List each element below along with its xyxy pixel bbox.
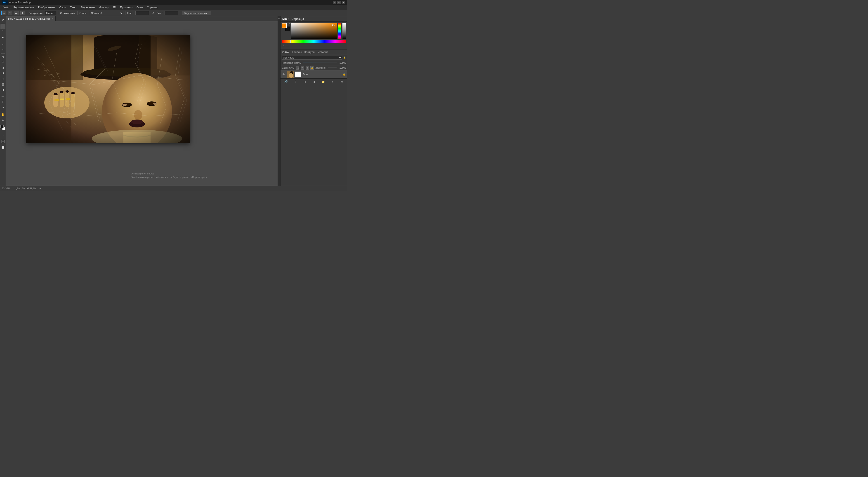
tool-hand[interactable]: ✋ [0,112,5,117]
swap-dimensions-btn[interactable]: ⇄ [151,11,155,15]
layers-lock-row: Закрепить: ⬚ ✏ ✥ 🔒 Заливка: 100% [281,65,347,70]
hue-slider[interactable] [282,40,346,43]
web-color-icon[interactable]: □ [286,44,289,47]
document-tab-close[interactable]: ✕ [51,18,53,20]
lock-transparent-btn[interactable]: ⬚ [296,66,300,70]
tool-sep-2 [1,41,5,41]
tool-clone[interactable]: ⊙ [0,65,5,70]
menu-window[interactable]: Окно [135,5,145,9]
tool-eraser[interactable]: ◻ [0,76,5,81]
menu-text[interactable]: Текст [68,5,79,9]
lock-all-btn[interactable]: 🔒 [310,66,314,70]
ellipse-marquee-btn[interactable]: ◯ [8,11,12,15]
panel-collapse-bar[interactable]: ▶ [278,16,280,186]
menu-image[interactable]: Изображение [36,5,57,9]
tab-swatches[interactable]: Образцы [291,17,304,21]
layer-visibility-toggle[interactable]: 👁 [282,72,285,76]
fg-color-swatch[interactable] [282,23,287,28]
smoothing-label: Сглаживание [60,12,75,14]
menu-help[interactable]: Справка [145,5,159,9]
close-button[interactable]: ✕ [342,1,345,4]
tool-marquee[interactable]: ⬚ [0,24,5,29]
fill-value: 100% [339,66,346,69]
gamut-warning-icon[interactable]: ⚠ [282,44,285,47]
tab-color[interactable]: Цвет [282,17,289,21]
tool-path-select[interactable]: ↗ [0,105,5,110]
link-layers-btn[interactable]: 🔗 [284,80,288,84]
menu-view[interactable]: Просмотр [118,5,134,9]
color-strip-vertical[interactable] [338,23,341,39]
menu-layer[interactable]: Слои [58,5,68,9]
layer-item-background[interactable]: 👁 Фон 🔒 [281,70,347,78]
rect-marquee-btn[interactable]: ▭ [1,11,6,15]
layer-mask-btn[interactable]: ◻ [303,80,307,84]
vert-marquee-btn[interactable]: ▮ [20,11,25,15]
layer-buttons-row: 🔗 f ◻ ◑ 📁 + 🗑 [281,78,347,85]
color-boxes[interactable] [0,125,5,130]
tool-quick-mask[interactable] [0,139,5,144]
layer-name: Фон [303,73,341,76]
feather-label: Растушевка: [29,12,43,14]
status-divider: | [13,187,13,190]
menu-file[interactable]: Файл [1,5,11,9]
tab-channels[interactable]: Каналы [292,50,302,54]
delete-layer-btn[interactable]: 🗑 [340,80,344,84]
feather-input[interactable] [45,11,56,15]
height-input[interactable] [164,11,178,15]
tab-layers[interactable]: Слои [282,50,289,54]
hue-thumb [290,40,291,43]
restore-button[interactable]: □ [337,1,341,4]
tool-healing[interactable]: ⊕ [0,55,5,59]
swap-colors-btn[interactable]: ⇄ [289,23,290,25]
foreground-color-swatch[interactable] [0,125,4,128]
opacity-slider[interactable] [303,63,337,63]
tool-eyedropper[interactable]: ✒ [0,47,5,53]
minimize-button[interactable]: ─ [333,1,336,4]
screen-mode-btn[interactable]: ⬜ [0,145,5,150]
height-label: Выс.: [157,12,163,14]
tool-magic-wand[interactable]: ✦ [0,35,5,40]
menu-select[interactable]: Выделение [79,5,97,9]
menu-edit[interactable]: Редактирование [12,5,36,9]
tool-history-brush[interactable]: ↺ [0,71,5,76]
tool-type[interactable]: T [0,99,5,104]
lock-pixels-btn[interactable]: ✏ [301,66,304,70]
tool-gradient[interactable]: ▥ [0,82,5,87]
doc-size: Док: 59,1M/59,1M [16,187,36,190]
canvas-scroll[interactable]: Активация Windows Чтобы активировать Win… [6,21,278,186]
tool-crop[interactable]: ⌗ [0,42,5,47]
tool-brush[interactable]: ⌑ [0,60,5,65]
layer-lock-icon: 🔒 [343,73,346,76]
lock-position-btn[interactable]: ✥ [306,66,309,70]
tool-lasso[interactable]: ⌒ [0,30,5,35]
tool-extra[interactable]: ⋯ [0,133,5,138]
width-input[interactable] [135,11,149,15]
layer-style-btn[interactable]: f [293,80,298,84]
activation-subtitle: Чтобы активировать Windows, перейдите в … [131,176,208,179]
status-bar: 33,33% | Док: 59,1M/59,1M ▶ [0,186,347,191]
horiz-marquee-btn[interactable]: ▬ [14,11,19,15]
tool-dodge[interactable]: ◑ [0,87,5,92]
document-tab[interactable]: sexy-4691554.jpg @ 33,3% (RGB/8#) ✕ [6,16,56,21]
group-layers-btn[interactable]: 📁 [321,80,326,84]
opacity-strip-vertical[interactable] [342,23,346,39]
status-arrow-btn[interactable]: ▶ [39,187,41,190]
color-panel-header: Цвет Образцы [281,16,347,22]
tool-pen[interactable]: ✏ [0,94,5,99]
photo-canvas [26,35,190,143]
menu-filter[interactable]: Фильтр [98,5,110,9]
fill-slider[interactable] [328,68,337,68]
new-layer-btn[interactable]: + [330,80,335,84]
tool-move[interactable]: ✥ [0,17,5,22]
selection-mask-btn[interactable]: Выделение и маска... [182,11,211,15]
tab-history[interactable]: История [318,50,329,54]
layer-visibility-lock-icon: 🔒 [343,57,346,59]
tool-zoom[interactable]: ⌕ [0,117,5,122]
tab-paths[interactable]: Контуры [304,50,315,54]
blend-mode-select[interactable]: Обычные [282,56,342,60]
gradient-picker[interactable] [291,23,337,39]
menu-3d[interactable]: 3D [111,5,118,9]
tool-sep-1 [1,23,5,23]
adjustment-layer-btn[interactable]: ◑ [312,80,316,84]
style-select[interactable]: Обычный Фиксированный размер Заданные пр… [89,11,123,15]
